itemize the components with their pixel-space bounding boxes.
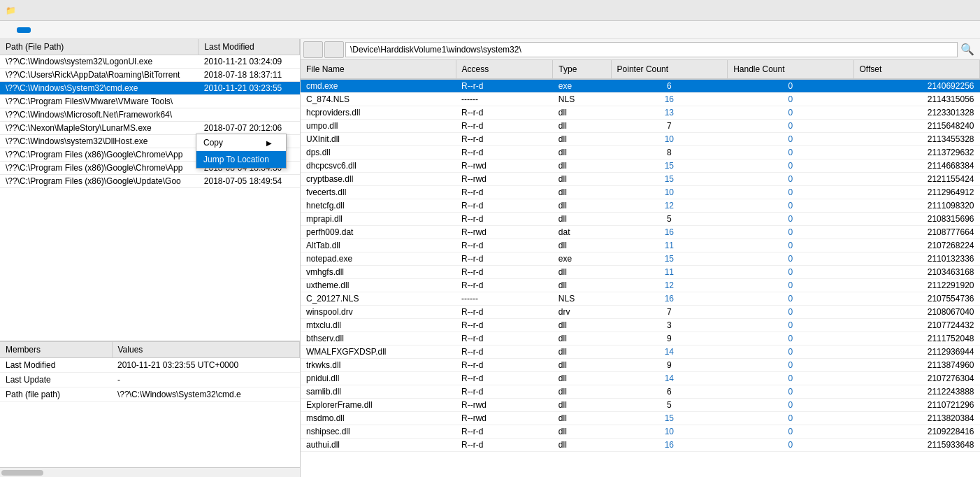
- right-table-row[interactable]: hnetcfg.dll R--r-d dll 12 0 2111098320: [301, 199, 980, 213]
- row-handle: 0: [728, 159, 853, 173]
- row-offset: 2121155424: [853, 173, 979, 186]
- left-table-row[interactable]: \??\C:\Windows\Microsoft.Net\Framework64…: [0, 108, 300, 122]
- col-pointer-header: Pointer Count: [611, 60, 728, 79]
- row-filename: umpo.dll: [301, 120, 456, 133]
- right-table-row[interactable]: vmhgfs.dll R--r-d dll 11 0 2103463168: [301, 266, 980, 279]
- row-pointer: 14: [611, 346, 728, 359]
- right-table-row[interactable]: hcproviders.dll R--r-d dll 13 0 21233013…: [301, 106, 980, 120]
- row-access: R--r-d: [456, 439, 553, 452]
- right-table-row[interactable]: pnidui.dll R--r-d dll 14 0 2107276304: [301, 372, 980, 385]
- row-pointer: 5: [611, 399, 728, 412]
- right-table-row[interactable]: trkwks.dll R--r-d dll 9 0 2113874960: [301, 359, 980, 372]
- right-table-row[interactable]: fvecerts.dll R--r-d dll 10 0 2112964912: [301, 186, 980, 199]
- left-table-row[interactable]: \??\C:\Nexon\MapleStory\LunarMS.exe 2018…: [0, 122, 300, 135]
- row-access: R--r-d: [456, 252, 553, 266]
- row-type: exe: [553, 79, 611, 93]
- right-table-row[interactable]: cmd.exe R--r-d exe 6 0 2140692256: [301, 79, 980, 93]
- left-table-row[interactable]: \??\C:\Windows\System32\cmd.exe 2010-11-…: [0, 82, 300, 95]
- row-filename: notepad.exe: [301, 252, 456, 266]
- row-type: exe: [553, 252, 611, 266]
- right-table-row[interactable]: notepad.exe R--r-d exe 15 0 2110132336: [301, 252, 980, 266]
- row-type: dll: [553, 239, 611, 252]
- right-table-row[interactable]: mtxclu.dll R--r-d dll 3 0 2107724432: [301, 319, 980, 332]
- go-button[interactable]: 🔍: [958, 41, 977, 58]
- right-table-row[interactable]: winspool.drv R--r-d drv 7 0 2108067040: [301, 306, 980, 319]
- right-table-row[interactable]: ExplorerFrame.dll R--rwd dll 5 0 2110721…: [301, 399, 980, 412]
- right-panel: 🔍 File Name Access Type Pointer Count Ha…: [301, 39, 980, 477]
- row-type: dll: [553, 332, 611, 346]
- right-table-row[interactable]: C_874.NLS ------ NLS 16 0 2114315056: [301, 93, 980, 106]
- menu-user-assist[interactable]: [3, 27, 17, 33]
- path-input[interactable]: [345, 42, 958, 57]
- row-offset: 2103463168: [853, 266, 979, 279]
- right-table-row[interactable]: dps.dll R--r-d dll 8 0 2113729632: [301, 146, 980, 159]
- left-table-row[interactable]: \??\C:\Program Files (x86)\Google\Update…: [0, 175, 300, 188]
- row-handle: 0: [728, 146, 853, 159]
- member-value: \??\C:\Windows\System32\cmd.e: [112, 387, 300, 402]
- left-table-row[interactable]: \??\C:\Windows\system32\LogonUI.exe 2010…: [0, 55, 300, 69]
- row-pointer: 13: [611, 106, 728, 120]
- right-table-row[interactable]: WMALFXGFXDSP.dll R--r-d dll 14 0 2112936…: [301, 346, 980, 359]
- left-table-container[interactable]: Path (File Path) Last Modified \??\C:\Wi…: [0, 39, 300, 341]
- row-offset: 2112936944: [853, 346, 979, 359]
- ctx-copy[interactable]: Copy ▶: [196, 134, 286, 151]
- row-type: dll: [553, 106, 611, 120]
- left-row-path: \??\C:\Users\Rick\AppData\Roaming\BitTor…: [0, 69, 199, 82]
- right-table-row[interactable]: bthserv.dll R--r-d dll 9 0 2111752048: [301, 332, 980, 346]
- left-row-path: \??\C:\Nexon\MapleStory\LunarMS.exe: [0, 122, 199, 135]
- left-row-path: \??\C:\Program Files (x86)\Google\Chrome…: [0, 148, 199, 162]
- right-table-row[interactable]: nshipsec.dll R--r-d dll 10 0 2109228416: [301, 425, 980, 439]
- row-pointer: 11: [611, 266, 728, 279]
- left-row-modified: 2018-07-07 20:12:06: [199, 122, 300, 135]
- left-row-modified: 2018-07-18 18:37:11: [199, 69, 300, 82]
- row-access: R--rwd: [456, 173, 553, 186]
- row-pointer: 6: [611, 385, 728, 399]
- forward-button[interactable]: [324, 41, 344, 58]
- right-table-row[interactable]: AltTab.dll R--r-d dll 11 0 2107268224: [301, 239, 980, 252]
- minimize-button[interactable]: [878, 0, 910, 21]
- maximize-button[interactable]: [910, 0, 942, 21]
- row-handle: 0: [728, 213, 853, 226]
- row-handle: 0: [728, 292, 853, 306]
- right-table-row[interactable]: uxtheme.dll R--r-d dll 12 0 2112291920: [301, 279, 980, 292]
- row-handle: 0: [728, 199, 853, 213]
- ctx-jump-to-location[interactable]: Jump To Location: [196, 151, 286, 168]
- close-button[interactable]: [942, 0, 974, 21]
- row-offset: 2113729632: [853, 146, 979, 159]
- row-filename: mtxclu.dll: [301, 319, 456, 332]
- row-pointer: 6: [611, 79, 728, 93]
- row-handle: 0: [728, 252, 853, 266]
- col-filename-header: File Name: [301, 60, 456, 79]
- member-name: Path (file path): [0, 387, 112, 402]
- menu-shim-cache[interactable]: [17, 27, 31, 33]
- row-pointer: 10: [611, 186, 728, 199]
- right-table-container[interactable]: File Name Access Type Pointer Count Hand…: [301, 60, 980, 477]
- right-table-row[interactable]: perfh009.dat R--rwd dat 16 0 2108777664: [301, 226, 980, 239]
- right-table-row[interactable]: umpo.dll R--r-d dll 7 0 2115648240: [301, 120, 980, 133]
- right-table-row[interactable]: C_20127.NLS ------ NLS 16 0 2107554736: [301, 292, 980, 306]
- right-table-row[interactable]: UXInit.dll R--r-d dll 10 0 2113455328: [301, 133, 980, 146]
- row-filename: C_874.NLS: [301, 93, 456, 106]
- row-type: dat: [553, 226, 611, 239]
- right-table-row[interactable]: msdmo.dll R--rwd dll 15 0 2113820384: [301, 412, 980, 425]
- row-access: R--r-d: [456, 199, 553, 213]
- right-table-row[interactable]: dhcpcsvc6.dll R--rwd dll 15 0 2114668384: [301, 159, 980, 173]
- back-button[interactable]: [303, 41, 323, 58]
- left-table-row[interactable]: \??\C:\Program Files\VMware\VMware Tools…: [0, 95, 300, 108]
- right-table-row[interactable]: samlib.dll R--r-d dll 6 0 2112243888: [301, 385, 980, 399]
- right-table-row[interactable]: authui.dll R--r-d dll 16 0 2115933648: [301, 439, 980, 452]
- row-access: ------: [456, 292, 553, 306]
- row-type: dll: [553, 173, 611, 186]
- row-offset: 2111098320: [853, 199, 979, 213]
- row-type: NLS: [553, 93, 611, 106]
- row-handle: 0: [728, 439, 853, 452]
- left-row-modified: 2010-11-21 03:24:09: [199, 55, 300, 69]
- right-table-row[interactable]: cryptbase.dll R--rwd dll 15 0 2121155424: [301, 173, 980, 186]
- left-table-row[interactable]: \??\C:\Users\Rick\AppData\Roaming\BitTor…: [0, 69, 300, 82]
- members-panel: Members Values Last Modified 2010-11-21 …: [0, 341, 300, 467]
- row-access: R--r-d: [456, 133, 553, 146]
- left-hscroll[interactable]: [0, 467, 300, 477]
- right-table-row[interactable]: mprapi.dll R--r-d dll 5 0 2108315696: [301, 213, 980, 226]
- row-offset: 2113455328: [853, 133, 979, 146]
- row-pointer: 7: [611, 306, 728, 319]
